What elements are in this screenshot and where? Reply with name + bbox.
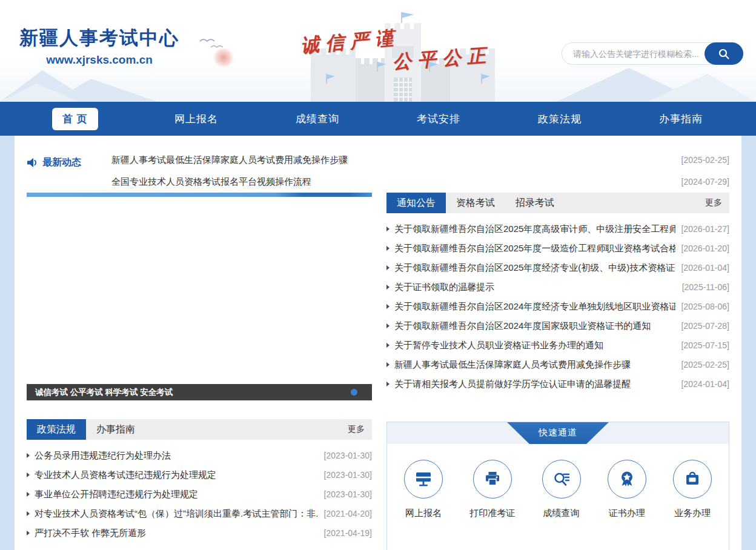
news-link[interactable]: 全国专业技术人员资格考试报名平台视频操作流程 xyxy=(111,176,681,188)
nav-item-online-registration[interactable]: 网上报名 xyxy=(174,112,218,126)
bullet-triangle-icon xyxy=(386,265,390,270)
quick-item-business[interactable]: 业务办理 xyxy=(673,460,712,519)
notice-tabbar: 通知公告 资格考试 招录考试 更多 xyxy=(386,193,729,213)
tab-notices[interactable]: 通知公告 xyxy=(386,193,446,213)
notice-link[interactable]: 关于领取新疆维吾尔自治区2024年度经济专业单独划线地区职业资格证... xyxy=(394,301,675,313)
quick-item-print-ticket[interactable]: 打印准考证 xyxy=(469,460,515,519)
policy-row: 专业技术人员资格考试违纪违规行为处理规定 [2023-01-30] xyxy=(27,465,372,485)
quick-item-label: 网上报名 xyxy=(405,508,442,519)
briefcase-icon xyxy=(683,469,702,489)
quick-item-online-registration[interactable]: 网上报名 xyxy=(404,460,443,519)
bullet-triangle-icon xyxy=(27,472,30,477)
bullet-triangle-icon xyxy=(386,304,390,309)
notice-row: 关于请相关报考人员提前做好学历学位认证申请的温馨提醒 [2024-01-04] xyxy=(386,374,729,394)
search-bar xyxy=(562,42,743,65)
monitor-icon xyxy=(414,469,433,489)
policy-date: [2023-01-30] xyxy=(324,470,372,480)
latest-news-list: 新疆人事考试最低生活保障家庭人员考试费用减免操作步骤 [2025-02-25] … xyxy=(111,149,729,193)
notice-row: 关于暂停专业技术人员职业资格证书业务办理的通知 [2025-07-15] xyxy=(386,336,729,355)
bullet-triangle-icon xyxy=(27,531,30,535)
icon-circle xyxy=(404,460,443,499)
news-link[interactable]: 新疆人事考试最低生活保障家庭人员考试费用减免操作步骤 xyxy=(111,154,681,166)
nav-item-home[interactable]: 首 页 xyxy=(52,108,98,130)
bullet-triangle-icon xyxy=(27,492,30,497)
policy-link[interactable]: 严打决不手软 作弊无所遁形 xyxy=(35,528,318,539)
notice-link[interactable]: 关于请相关报考人员提前做好学历学位认证申请的温馨提醒 xyxy=(394,379,675,390)
nav-item-score-query[interactable]: 成绩查询 xyxy=(296,112,339,126)
tab-qualification-exams[interactable]: 资格考试 xyxy=(446,193,505,213)
site-url: www.xjrsks.com.cn xyxy=(19,53,179,67)
bullet-triangle-icon xyxy=(386,362,390,367)
site-header: 新疆人事考试中心 www.xjrsks.com.cn 诚信严谨 公平公正 xyxy=(0,0,756,102)
notice-link[interactable]: 新疆人事考试最低生活保障家庭人员考试费用减免操作步骤 xyxy=(394,359,675,371)
nav-item-exam-schedule[interactable]: 考试安排 xyxy=(417,112,460,126)
notice-row: 关于证书领取的温馨提示 [2025-11-06] xyxy=(386,277,729,297)
quick-item-score-query[interactable]: 成绩查询 xyxy=(542,460,581,519)
nav-item-policies[interactable]: 政策法规 xyxy=(538,112,582,126)
notice-row: 关于领取新疆维吾尔自治区2024年度国家级职业资格证书的通知 [2025-07-… xyxy=(386,316,729,336)
news-date: [2025-02-25] xyxy=(681,155,729,165)
tab-policies[interactable]: 政策法规 xyxy=(27,419,86,440)
policy-link[interactable]: 公务员录用违规违纪行为处理办法 xyxy=(35,450,318,462)
notice-row: 关于领取新疆维吾尔自治区2025年度经济专业(初级、中级)技术资格证书... [… xyxy=(386,258,729,277)
policy-more-link[interactable]: 更多 xyxy=(348,424,365,435)
site-logo[interactable]: 新疆人事考试中心 www.xjrsks.com.cn xyxy=(19,25,179,67)
notice-date: [2024-01-04] xyxy=(681,379,729,389)
quick-channel-header: 快速通道 xyxy=(387,422,729,444)
right-column: 通知公告 资格考试 招录考试 更多 关于领取新疆维吾尔自治区2025年度高级审计… xyxy=(386,193,729,550)
carousel-caption-text: 诚信考试 公平考试 科学考试 安全考试 xyxy=(35,387,351,398)
notice-row: 关于领取新疆维吾尔自治区2024年度经济专业单独划线地区职业资格证... [20… xyxy=(386,297,729,316)
bullet-triangle-icon xyxy=(386,227,390,231)
policy-row: 严打决不手软 作弊无所遁形 [2021-04-19] xyxy=(27,523,372,543)
notice-row: 关于领取新疆维吾尔自治区2025年度高级审计师、中级注册安全工程师... [20… xyxy=(386,219,729,239)
icon-circle xyxy=(673,460,712,499)
latest-news-section: 最新动态 新疆人事考试最低生活保障家庭人员考试费用减免操作步骤 [2025-02… xyxy=(27,136,729,193)
policy-row: 事业单位公开招聘违纪违规行为处理规定 [2023-01-30] xyxy=(27,485,372,504)
carousel-indicator-dot[interactable] xyxy=(351,389,357,396)
medal-icon xyxy=(617,469,637,489)
notice-date: [2025-08-06] xyxy=(681,302,729,311)
policy-date: [2021-04-20] xyxy=(324,509,372,519)
notice-more-link[interactable]: 更多 xyxy=(705,197,722,208)
notice-link[interactable]: 关于证书领取的温馨提示 xyxy=(394,282,676,293)
carousel-image[interactable] xyxy=(27,197,372,384)
carousel-progress-bar xyxy=(27,193,372,197)
search-icon xyxy=(718,48,730,60)
tab-recruitment-exams[interactable]: 招录考试 xyxy=(505,193,565,213)
quick-item-certificate[interactable]: 证书办理 xyxy=(608,460,646,519)
notice-row: 关于领取新疆维吾尔自治区2025年度一级造价工程师职业资格考试合格... [20… xyxy=(386,239,729,258)
notice-link[interactable]: 关于暂停专业技术人员职业资格证书业务办理的通知 xyxy=(394,340,675,351)
notice-link[interactable]: 关于领取新疆维吾尔自治区2024年度国家级职业资格证书的通知 xyxy=(394,320,675,332)
quick-item-label: 打印准考证 xyxy=(469,508,515,519)
notice-date: [2026-01-20] xyxy=(681,244,729,253)
policy-link[interactable]: 专业技术人员资格考试违纪违规行为处理规定 xyxy=(35,469,318,481)
notice-link[interactable]: 关于领取新疆维吾尔自治区2025年度高级审计师、中级注册安全工程师... xyxy=(394,224,675,235)
policy-row: 公务员录用违规违纪行为处理办法 [2023-01-30] xyxy=(27,446,372,465)
search-button[interactable] xyxy=(705,42,743,65)
notice-link[interactable]: 关于领取新疆维吾尔自治区2025年度经济专业(初级、中级)技术资格证书... xyxy=(394,262,675,274)
quick-channel-panel: 快速通道 网上报名 xyxy=(386,422,729,550)
tab-service-guide[interactable]: 办事指南 xyxy=(86,419,145,440)
sun-illustration xyxy=(213,48,234,67)
score-search-icon xyxy=(552,469,571,489)
notice-link[interactable]: 关于领取新疆维吾尔自治区2025年度一级造价工程师职业资格考试合格... xyxy=(394,243,675,254)
notice-date: [2025-07-15] xyxy=(681,340,729,350)
main-nav: 首 页 网上报名 成绩查询 考试安排 政策法规 办事指南 xyxy=(0,102,756,136)
icon-circle xyxy=(608,460,646,499)
policy-link[interactable]: 事业单位公开招聘违纪违规行为处理规定 xyxy=(35,489,318,500)
notice-date: [2025-02-25] xyxy=(681,360,729,369)
bullet-triangle-icon xyxy=(386,246,390,251)
policy-link[interactable]: 对专业技术人员资格考试“包（保）过”培训须出重拳.考试主管部门：非... xyxy=(35,508,318,520)
printer-icon xyxy=(483,469,502,489)
notice-date: [2026-01-04] xyxy=(681,263,729,273)
bullet-triangle-icon xyxy=(27,511,30,516)
bullet-triangle-icon xyxy=(27,453,30,458)
bullet-triangle-icon xyxy=(386,285,390,290)
site-name: 新疆人事考试中心 xyxy=(19,25,179,51)
policy-section: 政策法规 办事指南 更多 公务员录用违规违纪行为处理办法 [2023-01-30… xyxy=(27,419,372,543)
notice-date: [2025-07-28] xyxy=(681,321,729,331)
bullet-triangle-icon xyxy=(386,343,390,348)
nav-item-service-guide[interactable]: 办事指南 xyxy=(659,112,703,126)
main-content: 最新动态 新疆人事考试最低生活保障家庭人员考试费用减免操作步骤 [2025-02… xyxy=(15,136,741,550)
quick-channel-title: 快速通道 xyxy=(507,422,609,444)
